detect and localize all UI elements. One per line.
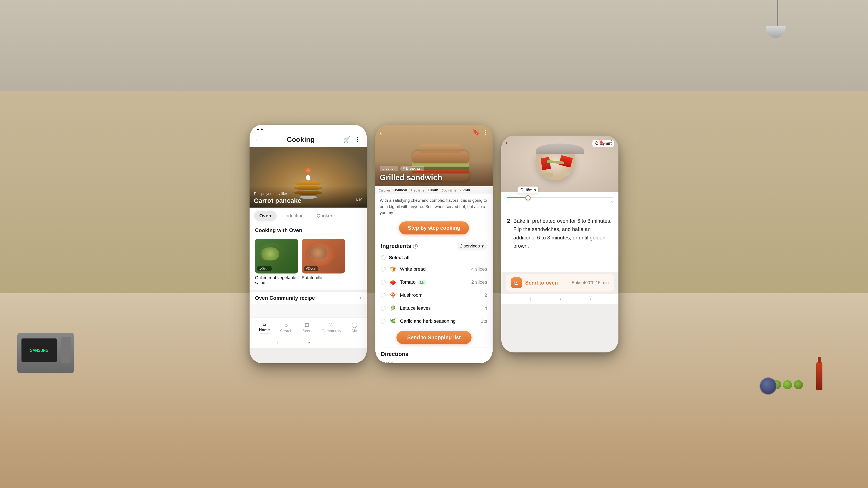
- ing-name-3: Lettuce leaves: [400, 305, 481, 311]
- bowl-illustration: [536, 143, 584, 181]
- more-icon-3[interactable]: ⋮: [609, 139, 614, 146]
- recipe-tags: # Lunch # Breakfast: [380, 166, 442, 171]
- section-community[interactable]: Oven Community recipe ›: [250, 292, 367, 304]
- nav-my-label: My: [352, 329, 357, 333]
- salad-tag: #Oven: [257, 266, 272, 271]
- recipe-card-ratatouille[interactable]: #Oven Ratatouille: [302, 239, 345, 285]
- phone-1: ▲▲ ‹ Cooking 🛒 ⋮: [250, 125, 367, 363]
- recipe-cards: #Oven Grilled root vegetable salad #Oven…: [250, 237, 367, 290]
- ingredients-header: Ingredients i 2 servings ▾: [375, 238, 493, 253]
- nav-community[interactable]: ♡ Community: [321, 322, 341, 333]
- oven-symbol: ⊡: [514, 279, 519, 286]
- timer-popup-icon: ⏱: [520, 188, 524, 192]
- ing-amount-1: 2 slices: [471, 279, 487, 285]
- cook-label: Cook time: [442, 189, 456, 192]
- nav-search[interactable]: ⌕ Search: [280, 322, 292, 333]
- select-all-checkbox[interactable]: [381, 255, 385, 260]
- tab-oven[interactable]: Oven: [254, 211, 277, 221]
- step-spacer: [501, 255, 618, 272]
- bottom-nav: ⌂ Home ⌕ Search ⊡ Scan ♡ Community ◯ My: [250, 317, 367, 337]
- section2-arrow: ›: [360, 295, 361, 301]
- recipe-card-salad[interactable]: #Oven Grilled root vegetable salad: [255, 239, 299, 285]
- recipe-meta-bar: Calories 350kcal Prep time 10min Cook ti…: [375, 186, 493, 194]
- step-by-step-button[interactable]: Step by step cooking: [399, 222, 469, 234]
- ingredients-title: Ingredients i: [381, 243, 418, 250]
- ing-check-0[interactable]: [381, 267, 385, 271]
- prep-val: 10min: [428, 188, 438, 192]
- salad-name: Grilled root vegetable salad: [255, 275, 299, 285]
- ingredient-row-2: 🍄 Mushroom 2: [375, 289, 493, 302]
- more-icon-2[interactable]: ⋮: [483, 129, 488, 136]
- sys-back-btn[interactable]: ‹: [338, 341, 339, 345]
- cooking-step: 2 Bake in preheated oven for 6 to 8 minu…: [501, 213, 618, 255]
- status-bar-1: ▲▲: [250, 125, 367, 133]
- bookmark-icon-3[interactable]: 🔖: [598, 139, 605, 146]
- sys-home-btn[interactable]: ○: [308, 341, 310, 345]
- tab-induction[interactable]: Induction: [279, 211, 309, 221]
- ing-badge-1: My: [418, 280, 426, 285]
- sys3-home-btn[interactable]: ○: [560, 297, 562, 301]
- calories-val: 350kcal: [394, 188, 407, 192]
- ingredients-title-text: Ingredients: [381, 243, 411, 250]
- back-button-3[interactable]: ‹: [506, 139, 508, 146]
- system-nav-3: ||| ○ ‹: [501, 294, 618, 304]
- nav-search-label: Search: [280, 329, 292, 333]
- search-icon: ⌕: [285, 322, 288, 328]
- phone3-top-icons: 🔖 ⋮: [598, 139, 614, 146]
- phone-3: ⏱ 15min ‹ 🔖 ⋮ ⏱ 15min: [501, 135, 618, 352]
- scan-icon: ⊡: [305, 322, 309, 328]
- chevron-down-icon: ▾: [482, 243, 484, 249]
- ing-check-2[interactable]: [381, 293, 385, 298]
- timer-popup-val: 15min: [525, 188, 536, 192]
- oven-params: Bake 400°F 15 min: [572, 280, 609, 285]
- section-cooking-oven[interactable]: Cooking with Oven ›: [250, 224, 367, 237]
- back-button-1[interactable]: ‹: [256, 136, 258, 143]
- slider-numbers: 1 5: [507, 200, 613, 204]
- sys3-back-btn[interactable]: ‹: [590, 297, 591, 301]
- oven-bar[interactable]: ⊡ Send to oven Bake 400°F 15 min: [506, 274, 614, 292]
- prep-label: Prep time: [410, 189, 424, 192]
- back-button-2[interactable]: ‹: [380, 129, 382, 136]
- recipe-main-title: Grilled sandwich: [380, 173, 442, 182]
- ing-icon-3: 🥬: [389, 304, 397, 312]
- oven-label: Send to oven: [525, 280, 568, 286]
- bookmark-icon-2[interactable]: 🔖: [472, 129, 479, 136]
- slider-fill: [507, 197, 528, 198]
- tag-breakfast: # Breakfast: [400, 166, 424, 171]
- ingredient-row-1: 🍅 Tomato My 2 slices: [375, 276, 493, 289]
- sys3-menu-btn[interactable]: |||: [528, 297, 531, 301]
- ing-check-1[interactable]: [381, 280, 385, 285]
- shopping-list-button[interactable]: Send to Shopping list: [397, 331, 472, 344]
- slider-track: [507, 197, 613, 198]
- nav-scan[interactable]: ⊡ Scan: [303, 322, 311, 333]
- sys-menu-btn[interactable]: |||: [277, 341, 279, 345]
- nav-underline: [260, 333, 269, 334]
- spacer: [250, 304, 367, 317]
- nav-home-label: Home: [259, 328, 270, 332]
- ingredient-row-3: 🥬 Lettuce leaves 4: [375, 302, 493, 315]
- select-all-label: Select all: [389, 255, 409, 260]
- kitchen-lamp: [769, 0, 785, 38]
- calories-label: Calories: [379, 189, 391, 192]
- tab-qooker[interactable]: Qooker: [311, 211, 338, 221]
- slider-thumb[interactable]: [525, 195, 531, 200]
- ratatouille-name: Ratatouille: [302, 275, 345, 280]
- step1-label: Step 1: [375, 359, 493, 363]
- wine-bottle: [816, 362, 823, 390]
- ing-icon-4: 🌿: [389, 317, 397, 325]
- select-all-row[interactable]: Select all: [375, 253, 493, 263]
- microwave-display: SAMSUNG: [22, 339, 57, 362]
- nav-home[interactable]: ⌂ Home: [259, 321, 270, 334]
- ing-check-4[interactable]: [381, 319, 385, 324]
- phone1-header-icons: 🛒 ⋮: [343, 136, 360, 143]
- section2-title: Oven Community recipe: [255, 295, 315, 301]
- more-icon[interactable]: ⋮: [354, 136, 360, 143]
- info-icon[interactable]: i: [413, 244, 418, 249]
- nav-my[interactable]: ◯ My: [351, 322, 358, 333]
- ing-check-3[interactable]: [381, 306, 385, 311]
- system-nav-1: ||| ○ ‹: [250, 337, 367, 348]
- cabinet-top: [0, 0, 868, 91]
- cart-icon[interactable]: 🛒: [343, 136, 350, 143]
- hero-sublabel: Recipe you may like: [254, 192, 301, 196]
- servings-button[interactable]: 2 servings ▾: [457, 242, 487, 251]
